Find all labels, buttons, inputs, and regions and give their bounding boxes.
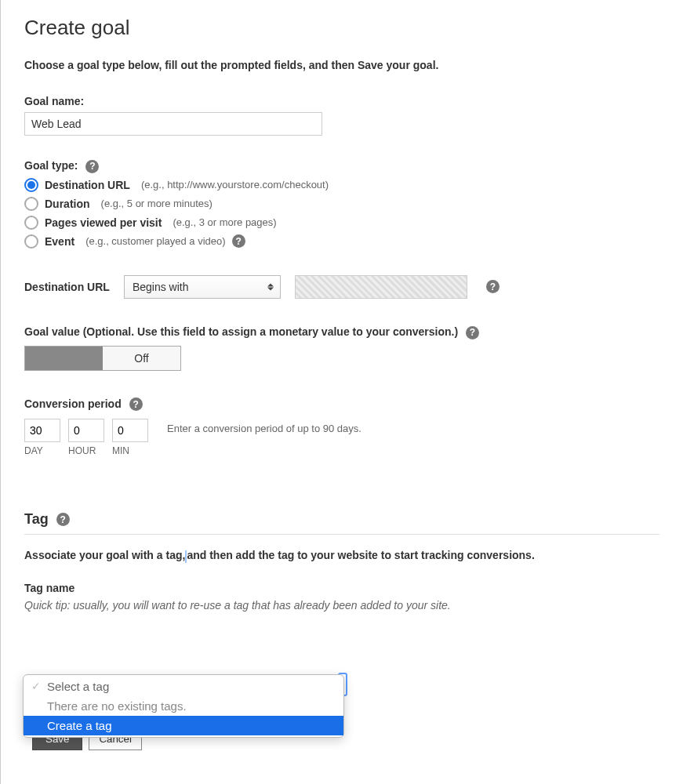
radio-duration[interactable]	[24, 197, 38, 211]
conversion-period-label: Conversion period	[24, 397, 122, 410]
help-icon[interactable]: ?	[232, 234, 245, 248]
radio-label-duration[interactable]: Duration	[45, 198, 90, 210]
radio-hint-pages-per-visit: (e.g., 3 or more pages)	[173, 216, 276, 228]
period-hour-input[interactable]	[68, 419, 104, 442]
tag-description: Associate your goal with a tag,and then …	[24, 549, 659, 562]
goal-value-toggle[interactable]: Off	[24, 346, 181, 371]
radio-event[interactable]	[24, 234, 38, 249]
toggle-on-side	[25, 347, 103, 370]
help-icon[interactable]: ?	[466, 326, 479, 339]
help-icon[interactable]: ?	[129, 397, 143, 411]
match-mode-value: Begins with	[133, 281, 189, 293]
period-day-unit: DAY	[24, 445, 43, 456]
radio-label-event[interactable]: Event	[45, 235, 74, 248]
help-icon[interactable]: ?	[85, 160, 99, 173]
radio-label-destination-url[interactable]: Destination URL	[45, 179, 130, 191]
destination-url-label: Destination URL	[24, 281, 110, 293]
period-day-input[interactable]	[24, 419, 60, 442]
goal-name-input[interactable]	[24, 112, 322, 136]
help-icon[interactable]: ?	[56, 513, 70, 526]
tag-select-dropdown[interactable]: Select a tag There are no existing tags.…	[23, 674, 344, 738]
goal-name-label: Goal name:	[24, 95, 659, 107]
tag-option-placeholder[interactable]: Select a tag	[24, 677, 343, 696]
goal-value-label: Goal value (Optional. Use this field to …	[24, 325, 458, 338]
goal-type-label: Goal type:	[24, 159, 78, 172]
radio-hint-destination-url: (e.g., http://www.yourstore.com/checkout…	[141, 179, 329, 191]
help-icon[interactable]: ?	[486, 280, 500, 293]
destination-url-input[interactable]	[295, 275, 467, 299]
intro-text: Choose a goal type below, fill out the p…	[24, 59, 659, 71]
period-min-input[interactable]	[112, 419, 148, 442]
toggle-off-label: Off	[103, 347, 180, 370]
radio-pages-per-visit[interactable]	[24, 216, 38, 230]
tag-tip: Quick tip: usually, you will want to re-…	[24, 599, 659, 612]
radio-destination-url[interactable]	[24, 178, 38, 192]
conversion-period-hint: Enter a conversion period of up to 90 da…	[167, 419, 361, 434]
tag-heading: Tag	[24, 511, 49, 528]
tag-option-create[interactable]: Create a tag	[24, 716, 343, 735]
radio-label-pages-per-visit[interactable]: Pages viewed per visit	[45, 216, 162, 229]
radio-hint-duration: (e.g., 5 or more minutes)	[101, 198, 213, 209]
page-title: Create goal	[24, 16, 659, 40]
period-min-unit: MIN	[112, 445, 129, 456]
match-mode-select[interactable]: Begins with	[124, 275, 281, 299]
radio-hint-event: (e.g., customer played a video)	[85, 235, 225, 247]
period-hour-unit: HOUR	[68, 445, 96, 456]
chevron-updown-icon	[267, 283, 274, 290]
tag-option-empty: There are no existing tags.	[24, 696, 343, 716]
tag-name-label: Tag name	[24, 582, 659, 594]
